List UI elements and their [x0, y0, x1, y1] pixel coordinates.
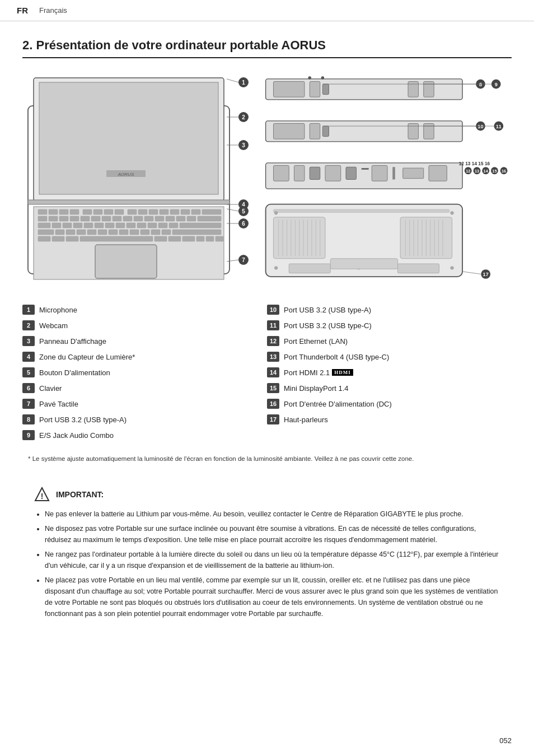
svg-rect-57	[87, 230, 96, 235]
svg-rect-9	[59, 209, 68, 214]
svg-rect-47	[127, 223, 135, 228]
svg-text:6: 6	[242, 221, 245, 227]
svg-rect-43	[84, 223, 93, 228]
svg-rect-20	[181, 209, 190, 214]
third-side-diagram: 12 13 14 15 16 12 13 14 15 16	[263, 156, 512, 195]
svg-rect-15	[128, 209, 137, 214]
svg-rect-134	[429, 166, 447, 181]
svg-rect-54	[55, 230, 64, 235]
label-item: 12Port Ethernet (LAN)	[267, 333, 512, 349]
label-num: 13	[267, 352, 279, 362]
svg-text:3: 3	[242, 142, 245, 148]
svg-text:8: 8	[479, 82, 482, 87]
svg-text:17: 17	[483, 272, 489, 277]
svg-rect-130	[362, 168, 369, 170]
label-text: Mini DisplayPort 1.4	[284, 384, 349, 393]
label-item: 8Port USB 3.2 (USB type-A)	[22, 412, 267, 427]
footnote: * Le système ajuste automatiquement la l…	[22, 454, 512, 464]
label-text: Bouton D'alimentation	[39, 368, 110, 377]
label-item: 13Port Thunderbolt 4 (USB type-C)	[267, 349, 512, 365]
svg-rect-114	[310, 124, 320, 139]
svg-rect-177	[289, 264, 330, 273]
svg-rect-13	[104, 209, 113, 214]
label-num: 2	[22, 320, 35, 330]
label-item: 3Panneau D'affichage	[22, 333, 267, 349]
svg-rect-39	[38, 223, 50, 228]
important-bullet: Ne pas enlever la batterie au Lithium pa…	[45, 508, 500, 520]
svg-rect-51	[169, 223, 178, 228]
label-item: 7Pavé Tactile	[22, 396, 267, 412]
svg-rect-41	[63, 223, 72, 228]
svg-line-91	[227, 79, 238, 82]
svg-text:12 13 14 15 16: 12 13 14 15 16	[459, 161, 490, 166]
svg-text:AORUS: AORUS	[118, 172, 134, 177]
label-num: 10	[267, 305, 279, 315]
label-num: 7	[22, 399, 35, 409]
svg-rect-99	[274, 82, 305, 97]
label-text: Port USB 3.2 (USB type-A)	[284, 306, 371, 314]
svg-line-181	[462, 272, 481, 274]
label-item: 5Bouton D'alimentation	[22, 365, 267, 380]
svg-rect-8	[49, 209, 58, 214]
lang-name: Français	[39, 6, 67, 15]
svg-rect-38	[198, 216, 221, 221]
svg-text:12: 12	[466, 169, 470, 174]
svg-rect-28	[91, 216, 100, 221]
laptop-diagram: AORUS	[22, 72, 252, 288]
label-text: Port D'entrée D'alimentation (DC)	[284, 400, 392, 408]
label-num: 11	[267, 320, 279, 330]
svg-rect-22	[202, 209, 221, 214]
svg-rect-23	[38, 216, 47, 221]
svg-rect-14	[115, 209, 124, 214]
svg-rect-73	[196, 236, 204, 241]
svg-rect-76	[95, 245, 157, 278]
section-title: 2. Présentation de votre ordinateur port…	[22, 38, 512, 58]
svg-rect-103	[424, 82, 434, 97]
label-item: 1Microphone	[22, 302, 267, 318]
label-num: 16	[267, 399, 279, 409]
svg-rect-37	[187, 216, 196, 221]
svg-rect-115	[322, 126, 329, 137]
label-item: 2Webcam	[22, 318, 267, 333]
label-num: 15	[267, 383, 279, 393]
svg-rect-60	[119, 230, 128, 235]
svg-rect-56	[77, 230, 86, 235]
warning-icon: !	[34, 486, 50, 503]
svg-text:7: 7	[242, 257, 245, 263]
svg-rect-36	[176, 216, 185, 221]
svg-rect-18	[160, 209, 168, 214]
side-diagrams: 8 9 10 11	[263, 72, 512, 288]
svg-text:14: 14	[484, 169, 489, 174]
label-num: 3	[22, 336, 35, 346]
important-bullet: Ne disposez pas votre Portable sur une s…	[45, 523, 500, 545]
svg-point-104	[308, 76, 311, 80]
hdmi-logo: HDMI	[332, 369, 353, 376]
svg-text:!: !	[41, 492, 44, 501]
label-text: Panneau D'affichage	[39, 337, 106, 346]
labels-section: 1Microphone10Port USB 3.2 (USB type-A)2W…	[22, 302, 512, 443]
svg-rect-125	[274, 166, 289, 181]
svg-text:16: 16	[502, 169, 506, 174]
svg-rect-25	[59, 216, 68, 221]
svg-rect-66	[38, 236, 50, 241]
label-item: 14Port HDMI 2.1HDMI	[267, 365, 512, 380]
svg-rect-102	[408, 82, 419, 97]
svg-rect-126	[294, 166, 305, 181]
important-bullet: Ne rangez pas l'ordinateur portable à la…	[45, 549, 500, 571]
label-text: Port USB 3.2 (USB type-A)	[39, 416, 127, 424]
label-text: Port USB 3.2 (USB type-C)	[284, 321, 372, 330]
svg-point-105	[321, 76, 325, 80]
svg-rect-55	[66, 230, 75, 235]
svg-rect-11	[83, 209, 92, 214]
svg-point-174	[451, 267, 454, 270]
label-num: 6	[22, 383, 35, 393]
svg-rect-131	[372, 166, 387, 181]
svg-rect-7	[38, 209, 47, 214]
svg-rect-12	[93, 209, 102, 214]
label-num: 4	[22, 352, 35, 362]
svg-rect-16	[138, 209, 147, 214]
svg-rect-74	[206, 236, 214, 241]
label-item: 4Zone du Capteur de Lumière*	[22, 349, 267, 365]
svg-rect-26	[70, 216, 79, 221]
svg-rect-52	[180, 223, 221, 228]
